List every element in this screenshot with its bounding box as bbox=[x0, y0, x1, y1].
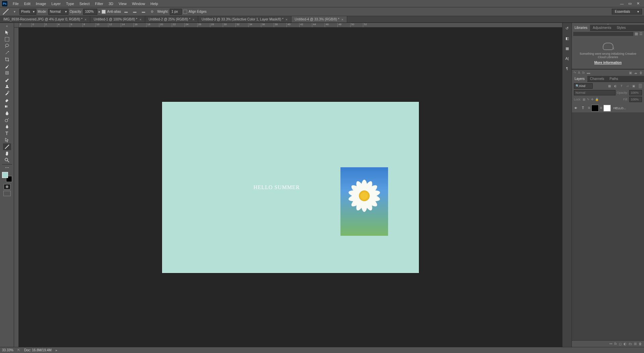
new-layer-icon[interactable]: ⊞ bbox=[634, 342, 637, 346]
filter-type-icon[interactable]: T bbox=[619, 84, 624, 88]
marquee-tool[interactable] bbox=[3, 36, 11, 43]
menu-type[interactable]: Type bbox=[63, 0, 77, 7]
document-tab[interactable]: Untitled-3 @ 33.3% (Selective Color 1, L… bbox=[198, 16, 291, 23]
menu-filter[interactable]: Filter bbox=[92, 0, 106, 7]
close-tab-icon[interactable]: × bbox=[285, 17, 287, 21]
weight-input[interactable]: 1 px bbox=[170, 9, 182, 15]
library-list-view-icon[interactable]: ☰ bbox=[639, 32, 643, 36]
quick-mask-mode[interactable] bbox=[4, 184, 10, 189]
panel-tab-styles[interactable]: Styles bbox=[614, 25, 628, 31]
healing-brush-tool[interactable] bbox=[3, 70, 11, 76]
menu-image[interactable]: Image bbox=[33, 0, 49, 7]
doc-size[interactable]: Doc: 16.8M/19.4M bbox=[24, 348, 52, 352]
close-button[interactable]: ✕ bbox=[634, 1, 642, 7]
lib-a-icon[interactable]: A bbox=[578, 71, 580, 75]
layer-row[interactable]: 👁 T ⧉ ⧉ HELLO... bbox=[572, 103, 644, 113]
add-mask-icon[interactable]: ◻ bbox=[619, 342, 622, 346]
layer-visibility-icon[interactable]: 👁 bbox=[573, 106, 578, 110]
path-selection-tool[interactable] bbox=[3, 137, 11, 143]
lib-arrow-icon[interactable]: ↷ bbox=[573, 71, 576, 75]
close-tab-icon[interactable]: × bbox=[193, 17, 195, 21]
layer-name[interactable]: HELLO... bbox=[613, 106, 626, 110]
library-grid-view-icon[interactable]: ▦ bbox=[635, 32, 638, 36]
zoom-tool[interactable] bbox=[3, 157, 11, 164]
document-tab[interactable]: Untitled-1 @ 100% (RGB/8) *× bbox=[90, 16, 145, 23]
hand-tool[interactable] bbox=[3, 150, 11, 157]
menu-help[interactable]: Help bbox=[148, 0, 161, 7]
line-tool-icon[interactable] bbox=[2, 8, 9, 15]
dodge-tool[interactable] bbox=[3, 117, 11, 123]
layer-filter-kind[interactable]: 🔍 Kind bbox=[574, 83, 593, 89]
more-information-link[interactable]: More information bbox=[594, 61, 622, 64]
panel-tab-adjustments[interactable]: Adjustments bbox=[590, 25, 614, 31]
menu-file[interactable]: File bbox=[10, 0, 21, 7]
type-tool[interactable]: T bbox=[3, 130, 11, 137]
history-panel-icon[interactable]: ↺ bbox=[564, 25, 571, 32]
opacity-slider-icon[interactable]: ▸ bbox=[99, 10, 100, 13]
mode-dropdown[interactable]: Normal▾ bbox=[48, 9, 68, 15]
vertical-ruler[interactable] bbox=[14, 28, 19, 347]
artboard[interactable]: HELLO SUMMER bbox=[162, 102, 419, 273]
lib-swatch-icon[interactable]: ▬ bbox=[587, 71, 590, 75]
panel-tab-layers[interactable]: Layers bbox=[572, 76, 587, 82]
units-dropdown[interactable]: Pixels▾ bbox=[19, 9, 36, 15]
menu-view[interactable]: View bbox=[116, 0, 129, 7]
lib-cloud-icon[interactable]: ☁ bbox=[634, 71, 637, 75]
magic-wand-tool[interactable] bbox=[3, 49, 11, 56]
filter-adjustment-icon[interactable]: ◐ bbox=[613, 84, 618, 88]
lib-trash-icon[interactable]: 🗑 bbox=[639, 71, 643, 75]
gear-icon[interactable]: ⚙ bbox=[149, 8, 156, 15]
document-tab[interactable]: Untitled-4 @ 33.3% (RGB/8) *× bbox=[291, 16, 347, 23]
crop-tool[interactable] bbox=[3, 56, 11, 63]
lock-paint-icon[interactable]: ✎ bbox=[587, 98, 590, 101]
align-edges-checkbox[interactable]: Align Edges bbox=[183, 10, 206, 14]
zoom-popup-icon[interactable]: ⇱ bbox=[17, 348, 20, 352]
lasso-tool[interactable] bbox=[3, 43, 11, 49]
foreground-color-swatch[interactable] bbox=[2, 172, 8, 178]
move-tool[interactable] bbox=[3, 29, 11, 36]
document-tab[interactable]: IMG_8938-Recovered.JPG @ 4% (Layer 0, RG… bbox=[0, 16, 90, 23]
filter-toggle[interactable] bbox=[639, 84, 642, 88]
canvas-viewport[interactable]: HELLO SUMMER bbox=[19, 28, 562, 347]
filter-smart-icon[interactable]: ▣ bbox=[631, 84, 636, 88]
line-tool[interactable] bbox=[3, 143, 11, 150]
tool-preset-icon[interactable]: ▾ bbox=[11, 8, 18, 15]
screen-mode-button[interactable] bbox=[3, 191, 11, 196]
menu-layer[interactable]: Layer bbox=[49, 0, 63, 7]
canvas-image-daisy[interactable] bbox=[340, 167, 388, 236]
status-menu-icon[interactable]: ▸ bbox=[56, 348, 57, 352]
character-panel-icon[interactable]: A| bbox=[564, 55, 571, 62]
layer-fill-input[interactable]: 100% bbox=[629, 97, 642, 102]
mask-link-icon[interactable]: ⧉ bbox=[600, 106, 602, 110]
eraser-tool[interactable] bbox=[3, 96, 11, 103]
close-tab-icon[interactable]: × bbox=[85, 17, 87, 21]
brush-tool[interactable] bbox=[3, 76, 11, 83]
panel-tab-channels[interactable]: Channels bbox=[587, 76, 607, 82]
paragraph-panel-icon[interactable]: ¶ bbox=[564, 65, 571, 72]
filter-pixel-icon[interactable]: ▩ bbox=[607, 84, 612, 88]
color-swatches[interactable] bbox=[2, 172, 12, 182]
lock-transparent-icon[interactable]: ▦ bbox=[583, 98, 586, 101]
collapse-toolbox-icon[interactable]: « bbox=[6, 24, 8, 28]
filter-shape-icon[interactable]: ▱ bbox=[625, 84, 630, 88]
horizontal-ruler[interactable]: 2024681012141618202224262830323436384042… bbox=[19, 23, 562, 28]
lib-add-icon[interactable]: ▣ bbox=[629, 71, 632, 75]
history-brush-tool[interactable] bbox=[3, 90, 11, 96]
blur-tool[interactable] bbox=[3, 110, 11, 117]
lock-all-icon[interactable]: 🔒 bbox=[595, 98, 599, 101]
close-tab-icon[interactable]: × bbox=[139, 17, 141, 21]
panel-tab-paths[interactable]: Paths bbox=[607, 76, 621, 82]
align-left-icon[interactable]: ▬ bbox=[122, 8, 130, 15]
clone-stamp-tool[interactable] bbox=[3, 83, 11, 90]
align-center-icon[interactable]: ▬ bbox=[131, 8, 139, 15]
layer-fx-icon[interactable]: fx bbox=[614, 342, 617, 346]
workspace-selector[interactable]: Essentials▾ bbox=[612, 9, 642, 14]
lib-fx-icon[interactable]: fx bbox=[582, 71, 585, 75]
delete-layer-icon[interactable]: 🗑 bbox=[639, 342, 642, 346]
align-right-icon[interactable]: ▬ bbox=[140, 8, 147, 15]
opacity-dropdown[interactable]: 100% bbox=[83, 9, 97, 15]
maximize-button[interactable]: ▭ bbox=[626, 1, 634, 7]
zoom-level[interactable]: 33.33% bbox=[2, 348, 13, 352]
library-selector[interactable] bbox=[573, 32, 633, 36]
panel-tab-libraries[interactable]: Libraries bbox=[572, 25, 590, 31]
